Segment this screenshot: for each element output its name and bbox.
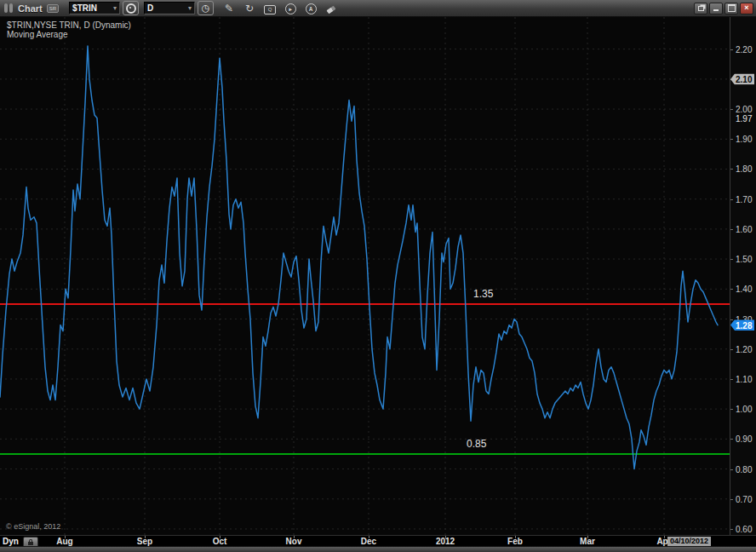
month-label: Feb: [507, 537, 523, 546]
legend-symbol-line: $TRIN,NYSE TRIN, D (Dynamic): [7, 20, 131, 30]
link-badge[interactable]: SR: [47, 4, 59, 13]
restore-icon: [698, 6, 704, 11]
time-template-button[interactable]: ◷: [198, 1, 214, 15]
level-label: 0.85: [467, 438, 487, 450]
price-chart-svg: 1.350.85: [0, 17, 730, 535]
last-price-tag: 1.28: [730, 319, 754, 331]
month-label: Dec: [361, 537, 376, 546]
copyright-watermark: © eSignal, 2012: [6, 522, 60, 531]
y-tick-label: 1.80: [736, 164, 752, 174]
y-tick-label: 2.00: [736, 105, 752, 114]
y-tick-mark: [730, 319, 733, 320]
y-tick-mark: [730, 259, 733, 260]
y-tick-mark: [730, 229, 733, 230]
float-button[interactable]: [694, 3, 707, 14]
y-tick-label: 1.40: [736, 285, 752, 294]
y-tick-mark: [730, 199, 733, 200]
y-tick-label: 1.00: [736, 405, 752, 414]
level-label: 1.35: [473, 288, 494, 300]
interval-value: D: [147, 3, 153, 13]
y-tick-mark: [730, 289, 733, 290]
maximize-button[interactable]: [724, 3, 738, 14]
window-controls: ×: [694, 3, 756, 14]
month-label: Nov: [286, 537, 302, 546]
time-axis[interactable]: Dyn AugSepOctNovDec2012FebMarApr04/10/20…: [0, 535, 756, 547]
date-tag: 04/10/2012: [667, 537, 711, 546]
window-resize-edge[interactable]: [0, 546, 756, 552]
y-tick-label: 0.90: [736, 434, 752, 444]
y-tick-mark: [730, 139, 733, 140]
y-tick-mark: [730, 499, 733, 500]
quote-button[interactable]: Q: [260, 2, 280, 14]
clock-icon: ◷: [202, 3, 210, 13]
quote-icon: Q: [264, 5, 276, 14]
auto-button[interactable]: A: [301, 2, 321, 14]
interval-input[interactable]: D ▾: [144, 2, 195, 14]
symbol-settings-button[interactable]: [123, 1, 139, 15]
close-button[interactable]: ×: [740, 3, 753, 14]
y-tick-mark: [730, 109, 733, 110]
month-label: 2012: [436, 537, 455, 546]
lock-icon: [28, 542, 33, 545]
month-label: Aug: [56, 537, 72, 546]
y-tick-mark: [730, 529, 733, 530]
minimize-icon: [713, 9, 719, 11]
y-tick-label: 0.80: [736, 464, 752, 474]
chart-window: Chart SR $TRIN ▾ D ▾ ◷ ✎ ↻ Q ▸ A: [0, 0, 756, 552]
y-tick-label: 1.20: [736, 344, 752, 354]
price-axis[interactable]: 2.202.001.901.801.701.601.501.401.301.20…: [730, 17, 756, 535]
y-tick-mark: [730, 409, 733, 410]
symbol-value: $TRIN: [72, 3, 97, 13]
month-label: Sep: [137, 537, 152, 546]
y-tick-label: 2.20: [736, 44, 752, 54]
legend-study-line: Moving Average: [7, 30, 131, 39]
chart-legend: $TRIN,NYSE TRIN, D (Dynamic) Moving Aver…: [7, 20, 131, 39]
y-tick-label: 1.60: [736, 224, 752, 233]
symbol-input[interactable]: $TRIN ▾: [69, 2, 120, 14]
window-title: Chart: [18, 3, 43, 14]
y-tick-label: 1.10: [736, 374, 752, 383]
minimize-button[interactable]: [709, 3, 723, 14]
chevron-down-icon[interactable]: ▾: [188, 4, 192, 12]
y-tick-mark: [730, 349, 733, 350]
month-label: Oct: [213, 537, 227, 546]
window-grip-icon[interactable]: [4, 3, 13, 13]
y-tick-mark: [730, 469, 733, 470]
eraser-icon: [327, 5, 336, 14]
month-label: Mar: [580, 537, 595, 546]
y-tick-label: 1.90: [736, 135, 752, 144]
chevron-down-icon[interactable]: ▾: [113, 4, 117, 12]
y-tick-label: 0.70: [736, 494, 752, 503]
y-tick-label: 1.50: [736, 255, 752, 264]
y-tick-mark: [730, 49, 733, 50]
gear-icon: [126, 3, 136, 14]
maximize-icon: [728, 4, 736, 12]
play-icon: ▸: [285, 3, 296, 14]
y-tick-mark: [730, 169, 733, 170]
dyn-label: Dyn: [3, 537, 19, 546]
y-tick-label: 0.60: [736, 524, 752, 533]
y-tick-label: 1.70: [736, 194, 752, 204]
y-tick-mark: [730, 439, 733, 440]
eraser-button[interactable]: [321, 3, 341, 14]
chart-plot-area[interactable]: 1.350.85: [0, 17, 730, 535]
refresh-button[interactable]: ↻: [239, 3, 260, 14]
letter-a-icon: A: [306, 3, 317, 14]
high-price-tag: 2.10: [730, 73, 754, 84]
play-button[interactable]: ▸: [280, 2, 301, 15]
aux-price-label: 1.97: [736, 113, 752, 123]
toolbar: Chart SR $TRIN ▾ D ▾ ◷ ✎ ↻ Q ▸ A: [0, 0, 756, 17]
y-tick-mark: [730, 379, 733, 380]
draw-pencil-button[interactable]: ✎: [219, 3, 239, 14]
